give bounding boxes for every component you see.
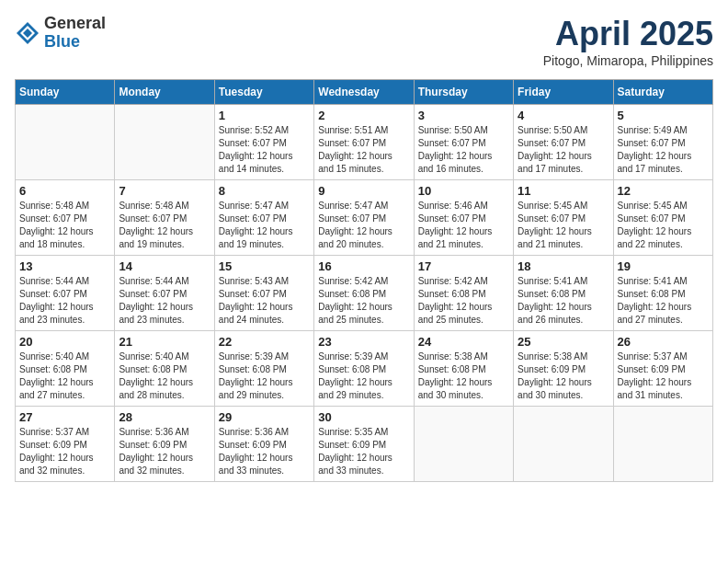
day-number: 25 — [518, 335, 609, 349]
day-info: Sunrise: 5:36 AM Sunset: 6:09 PM Dayligh… — [219, 426, 310, 477]
calendar-cell — [514, 407, 613, 482]
day-info: Sunrise: 5:36 AM Sunset: 6:09 PM Dayligh… — [119, 426, 210, 477]
calendar-cell — [613, 407, 712, 482]
day-number: 30 — [318, 410, 409, 424]
calendar-cell: 24Sunrise: 5:38 AM Sunset: 6:08 PM Dayli… — [414, 331, 513, 407]
weekday-header-row: SundayMondayTuesdayWednesdayThursdayFrid… — [16, 80, 713, 105]
day-info: Sunrise: 5:40 AM Sunset: 6:08 PM Dayligh… — [119, 350, 210, 402]
logo-general: General — [44, 15, 106, 33]
day-info: Sunrise: 5:42 AM Sunset: 6:08 PM Dayligh… — [318, 275, 409, 327]
day-number: 9 — [318, 184, 409, 198]
calendar-cell: 6Sunrise: 5:48 AM Sunset: 6:07 PM Daylig… — [16, 180, 115, 256]
weekday-header-wednesday: Wednesday — [314, 80, 414, 105]
logo: General Blue — [15, 15, 106, 52]
day-number: 18 — [518, 259, 609, 273]
month-title: April 2025 — [543, 15, 713, 53]
calendar-cell: 16Sunrise: 5:42 AM Sunset: 6:08 PM Dayli… — [314, 256, 414, 331]
day-info: Sunrise: 5:45 AM Sunset: 6:07 PM Dayligh… — [618, 200, 709, 251]
calendar-cell: 25Sunrise: 5:38 AM Sunset: 6:09 PM Dayli… — [514, 331, 613, 407]
day-number: 14 — [119, 259, 210, 273]
calendar-cell: 11Sunrise: 5:45 AM Sunset: 6:07 PM Dayli… — [514, 180, 613, 256]
day-info: Sunrise: 5:46 AM Sunset: 6:07 PM Dayligh… — [418, 200, 509, 251]
day-number: 24 — [418, 335, 509, 349]
calendar-week-1: 6Sunrise: 5:48 AM Sunset: 6:07 PM Daylig… — [16, 180, 713, 256]
day-info: Sunrise: 5:38 AM Sunset: 6:08 PM Dayligh… — [418, 350, 509, 402]
calendar-cell: 8Sunrise: 5:47 AM Sunset: 6:07 PM Daylig… — [214, 180, 313, 256]
logo-icon — [15, 20, 40, 46]
title-block: April 2025 Pitogo, Mimaropa, Philippines — [543, 15, 713, 68]
day-info: Sunrise: 5:45 AM Sunset: 6:07 PM Dayligh… — [518, 200, 609, 251]
calendar-week-3: 20Sunrise: 5:40 AM Sunset: 6:08 PM Dayli… — [16, 331, 713, 407]
calendar-cell: 29Sunrise: 5:36 AM Sunset: 6:09 PM Dayli… — [214, 407, 313, 482]
day-number: 20 — [19, 335, 110, 349]
day-info: Sunrise: 5:37 AM Sunset: 6:09 PM Dayligh… — [618, 350, 709, 402]
day-number: 11 — [518, 184, 609, 198]
day-info: Sunrise: 5:49 AM Sunset: 6:07 PM Dayligh… — [618, 124, 709, 176]
calendar-cell: 5Sunrise: 5:49 AM Sunset: 6:07 PM Daylig… — [613, 105, 712, 180]
day-info: Sunrise: 5:50 AM Sunset: 6:07 PM Dayligh… — [518, 124, 609, 176]
day-info: Sunrise: 5:50 AM Sunset: 6:07 PM Dayligh… — [418, 124, 509, 176]
day-number: 13 — [19, 259, 110, 273]
calendar-cell: 30Sunrise: 5:35 AM Sunset: 6:09 PM Dayli… — [314, 407, 414, 482]
calendar-cell: 20Sunrise: 5:40 AM Sunset: 6:08 PM Dayli… — [16, 331, 115, 407]
weekday-header-friday: Friday — [514, 80, 613, 105]
calendar-week-0: 1Sunrise: 5:52 AM Sunset: 6:07 PM Daylig… — [16, 105, 713, 180]
calendar-cell: 22Sunrise: 5:39 AM Sunset: 6:08 PM Dayli… — [214, 331, 313, 407]
day-number: 4 — [518, 109, 609, 122]
calendar-cell: 27Sunrise: 5:37 AM Sunset: 6:09 PM Dayli… — [16, 407, 115, 482]
day-number: 5 — [618, 109, 709, 122]
calendar-cell: 4Sunrise: 5:50 AM Sunset: 6:07 PM Daylig… — [514, 105, 613, 180]
weekday-header-sunday: Sunday — [16, 80, 115, 105]
day-number: 7 — [119, 184, 210, 198]
day-info: Sunrise: 5:39 AM Sunset: 6:08 PM Dayligh… — [219, 350, 310, 402]
calendar-cell: 23Sunrise: 5:39 AM Sunset: 6:08 PM Dayli… — [314, 331, 414, 407]
calendar-table: SundayMondayTuesdayWednesdayThursdayFrid… — [15, 79, 713, 482]
page-header: General Blue April 2025 Pitogo, Mimaropa… — [15, 15, 713, 68]
day-info: Sunrise: 5:47 AM Sunset: 6:07 PM Dayligh… — [219, 200, 310, 251]
calendar-cell — [115, 105, 214, 180]
day-info: Sunrise: 5:35 AM Sunset: 6:09 PM Dayligh… — [318, 426, 409, 477]
day-number: 27 — [19, 410, 110, 424]
day-number: 1 — [219, 109, 310, 122]
day-info: Sunrise: 5:37 AM Sunset: 6:09 PM Dayligh… — [19, 426, 110, 477]
day-number: 8 — [219, 184, 310, 198]
day-number: 26 — [618, 335, 709, 349]
day-info: Sunrise: 5:44 AM Sunset: 6:07 PM Dayligh… — [119, 275, 210, 327]
day-info: Sunrise: 5:52 AM Sunset: 6:07 PM Dayligh… — [219, 124, 310, 176]
calendar-cell: 28Sunrise: 5:36 AM Sunset: 6:09 PM Dayli… — [115, 407, 214, 482]
calendar-cell — [16, 105, 115, 180]
calendar-cell: 3Sunrise: 5:50 AM Sunset: 6:07 PM Daylig… — [414, 105, 513, 180]
day-number: 15 — [219, 259, 310, 273]
calendar-cell: 21Sunrise: 5:40 AM Sunset: 6:08 PM Dayli… — [115, 331, 214, 407]
calendar-cell — [414, 407, 513, 482]
day-number: 12 — [618, 184, 709, 198]
weekday-header-tuesday: Tuesday — [214, 80, 313, 105]
calendar-cell: 1Sunrise: 5:52 AM Sunset: 6:07 PM Daylig… — [214, 105, 313, 180]
calendar-cell: 12Sunrise: 5:45 AM Sunset: 6:07 PM Dayli… — [613, 180, 712, 256]
day-info: Sunrise: 5:47 AM Sunset: 6:07 PM Dayligh… — [318, 200, 409, 251]
calendar-cell: 10Sunrise: 5:46 AM Sunset: 6:07 PM Dayli… — [414, 180, 513, 256]
calendar-cell: 19Sunrise: 5:41 AM Sunset: 6:08 PM Dayli… — [613, 256, 712, 331]
calendar-week-2: 13Sunrise: 5:44 AM Sunset: 6:07 PM Dayli… — [16, 256, 713, 331]
day-number: 23 — [318, 335, 409, 349]
day-number: 22 — [219, 335, 310, 349]
day-info: Sunrise: 5:48 AM Sunset: 6:07 PM Dayligh… — [119, 200, 210, 251]
day-info: Sunrise: 5:43 AM Sunset: 6:07 PM Dayligh… — [219, 275, 310, 327]
day-number: 29 — [219, 410, 310, 424]
day-info: Sunrise: 5:44 AM Sunset: 6:07 PM Dayligh… — [19, 275, 110, 327]
weekday-header-monday: Monday — [115, 80, 214, 105]
calendar-cell: 15Sunrise: 5:43 AM Sunset: 6:07 PM Dayli… — [214, 256, 313, 331]
logo-blue: Blue — [44, 33, 106, 52]
day-number: 10 — [418, 184, 509, 198]
day-info: Sunrise: 5:41 AM Sunset: 6:08 PM Dayligh… — [518, 275, 609, 327]
calendar-cell: 2Sunrise: 5:51 AM Sunset: 6:07 PM Daylig… — [314, 105, 414, 180]
day-info: Sunrise: 5:48 AM Sunset: 6:07 PM Dayligh… — [19, 200, 110, 251]
calendar-cell: 7Sunrise: 5:48 AM Sunset: 6:07 PM Daylig… — [115, 180, 214, 256]
calendar-cell: 26Sunrise: 5:37 AM Sunset: 6:09 PM Dayli… — [613, 331, 712, 407]
day-info: Sunrise: 5:41 AM Sunset: 6:08 PM Dayligh… — [618, 275, 709, 327]
logo-text: General Blue — [44, 15, 106, 52]
day-info: Sunrise: 5:38 AM Sunset: 6:09 PM Dayligh… — [518, 350, 609, 402]
day-number: 6 — [19, 184, 110, 198]
calendar-cell: 18Sunrise: 5:41 AM Sunset: 6:08 PM Dayli… — [514, 256, 613, 331]
location-subtitle: Pitogo, Mimaropa, Philippines — [543, 53, 713, 68]
